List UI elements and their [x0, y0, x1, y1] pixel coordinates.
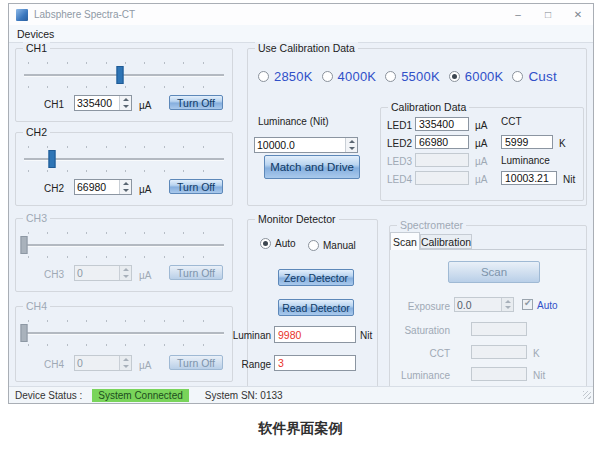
group-calibration-data: Calibration Data LED1 µA LED2 µA L	[380, 107, 584, 201]
ch4-label: CH4	[44, 359, 64, 370]
radio-icon[interactable]	[322, 71, 333, 82]
led4-label: LED4	[387, 174, 412, 185]
led4-unit: µA	[475, 174, 487, 185]
match-and-drive-button[interactable]: Match and Drive	[264, 155, 360, 179]
ch1-slider[interactable]	[24, 61, 224, 89]
radio-4000k[interactable]: 4000K	[322, 69, 377, 84]
slider-ticks	[28, 344, 220, 346]
resize-grip-icon[interactable]	[583, 391, 591, 399]
group-ch4: CH4 CH4 µA Turn Off	[15, 306, 233, 382]
scan-button[interactable]: Scan	[448, 261, 540, 283]
ch4-turn-off-button: Turn Off	[169, 355, 223, 370]
monitor-manual-radio[interactable]: Manual	[308, 240, 356, 251]
cct-unit: K	[559, 138, 566, 149]
connection-status-badge: System Connected	[92, 389, 189, 402]
target-luminance-spinner[interactable]	[254, 137, 358, 153]
spinner-arrows	[501, 298, 513, 311]
radio-cust[interactable]: Cust	[512, 69, 557, 84]
range-box[interactable]	[274, 355, 356, 371]
cct-value-box	[501, 135, 553, 149]
group-spectrometer: Spectrometer Scan Calibration Scan Expos…	[389, 225, 587, 389]
radio-6000k[interactable]: 6000K	[449, 69, 504, 84]
group-title-calibration-data: Calibration Data	[388, 101, 469, 113]
maximize-button[interactable]: □	[533, 4, 563, 25]
radio-5500k[interactable]: 5500K	[385, 69, 440, 84]
menu-item-devices[interactable]: Devices	[17, 28, 54, 40]
spinner-arrows[interactable]	[119, 96, 131, 110]
slider-ticks	[28, 170, 220, 172]
group-title-ch2: CH2	[23, 126, 50, 138]
slider-ticks	[28, 232, 220, 234]
group-title-ch1: CH1	[23, 42, 50, 54]
monitor-luminance-box[interactable]	[274, 326, 356, 343]
led1-label: LED1	[387, 120, 412, 131]
ch2-current-spinner[interactable]	[74, 179, 132, 195]
spinner-arrows[interactable]	[345, 138, 357, 152]
ch3-current-input	[75, 266, 119, 280]
menu-bar: Devices	[9, 25, 593, 43]
spinner-arrows	[119, 356, 131, 370]
ch2-slider-thumb[interactable]	[49, 150, 56, 168]
slider-ticks	[28, 320, 220, 322]
slider-ticks	[28, 256, 220, 258]
ch1-label: CH1	[44, 99, 64, 110]
app-icon	[16, 9, 28, 21]
range-label: Range	[232, 359, 271, 370]
minimize-button[interactable]: –	[503, 4, 533, 25]
window-controls: – □ ✕	[503, 4, 593, 25]
tab-scan[interactable]: Scan	[390, 232, 420, 250]
monitor-auto-radio[interactable]: Auto	[260, 238, 296, 249]
exposure-spinner	[454, 297, 514, 312]
auto-checkbox	[522, 299, 533, 310]
slider-ticks	[28, 86, 220, 88]
slider-track	[24, 74, 224, 77]
ch2-turn-off-button[interactable]: Turn Off	[169, 179, 223, 194]
ch2-unit: µA	[139, 184, 151, 195]
ch1-current-input[interactable]	[75, 96, 119, 110]
group-ch2: CH2 CH2 µA Turn Off	[15, 132, 233, 206]
saturation-label: Saturation	[390, 325, 450, 336]
zero-detector-button[interactable]: Zero Detector	[278, 269, 354, 286]
ch1-slider-thumb[interactable]	[117, 66, 124, 84]
status-bar: Device Status : System Connected System …	[9, 386, 593, 403]
slider-ticks	[28, 62, 220, 64]
ch1-current-spinner[interactable]	[74, 95, 132, 111]
tab-calibration[interactable]: Calibration	[420, 234, 472, 249]
radio-icon[interactable]	[512, 71, 523, 82]
ch3-slider	[24, 231, 224, 259]
radio-icon[interactable]	[260, 238, 271, 249]
window-title: Labsphere Spectra-CT	[34, 9, 135, 20]
app-window: Labsphere Spectra-CT – □ ✕ Devices CH1 C…	[8, 3, 594, 404]
device-status-label: Device Status :	[15, 390, 82, 401]
slider-track	[24, 332, 224, 335]
ch2-slider[interactable]	[24, 145, 224, 173]
read-detector-button[interactable]: Read Detector	[278, 299, 354, 316]
group-title-ch3: CH3	[23, 212, 50, 224]
led3-unit: µA	[475, 156, 487, 167]
spectro-luminance-unit: Nit	[533, 370, 545, 381]
system-sn: System SN: 0133	[205, 390, 283, 401]
ch2-current-input[interactable]	[75, 180, 119, 194]
ch3-turn-off-button: Turn Off	[169, 265, 223, 280]
exposure-label: Exposure	[390, 301, 450, 312]
spinner-arrows	[119, 266, 131, 280]
target-luminance-input[interactable]	[255, 138, 345, 152]
radio-icon[interactable]	[385, 71, 396, 82]
ch1-unit: µA	[139, 100, 151, 111]
radio-icon[interactable]	[258, 71, 269, 82]
slider-track	[24, 244, 224, 247]
led2-value-box	[415, 135, 469, 149]
close-button[interactable]: ✕	[563, 4, 593, 25]
ch4-slider	[24, 319, 224, 347]
group-title-ch4: CH4	[23, 300, 50, 312]
radio-icon[interactable]	[308, 240, 319, 251]
led2-label: LED2	[387, 138, 412, 149]
spinner-arrows[interactable]	[119, 180, 131, 194]
saturation-box	[471, 322, 527, 336]
calibration-radio-row: 2850K 4000K 5500K 6000K Cust	[258, 69, 557, 84]
radio-2850k[interactable]: 2850K	[258, 69, 313, 84]
auto-checkbox-label: Auto	[537, 300, 558, 311]
ch4-current-input	[75, 356, 119, 370]
ch1-turn-off-button[interactable]: Turn Off	[169, 95, 223, 110]
radio-icon[interactable]	[449, 71, 460, 82]
